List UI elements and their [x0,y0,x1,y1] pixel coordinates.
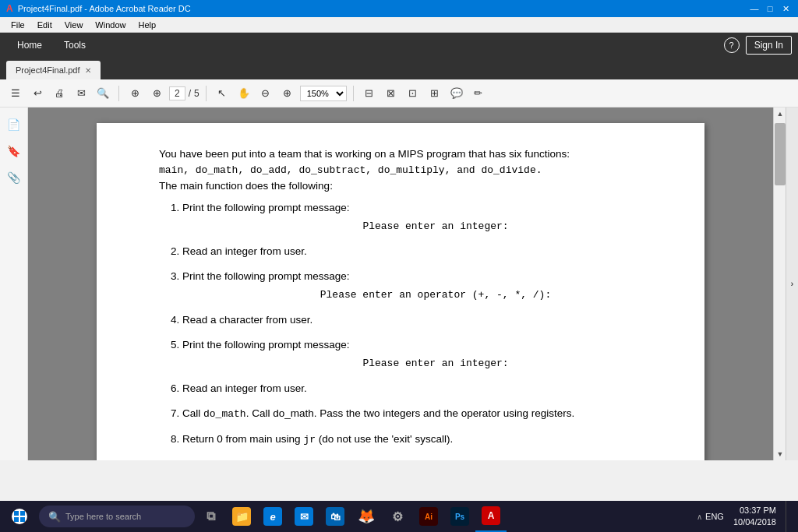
list-item: Read an integer from user. [182,381,658,396]
tab-close-icon[interactable]: ✕ [85,66,91,75]
mail-btn[interactable]: ✉ [288,501,320,532]
print-btn[interactable]: 🖨 [50,84,69,103]
menu-bar: File Edit View Window Help [0,17,798,33]
layers-icon[interactable]: 🔖 [3,140,25,162]
maximize-button[interactable]: □ [764,2,776,15]
sidebar-toggle-btn[interactable]: ☰ [6,84,25,103]
taskbar: 🔍 Type here to search ⧉ 📁 e ✉ 🛍 🦊 [0,501,798,532]
task-view-btn[interactable]: ⧉ [195,501,226,532]
svg-rect-1 [20,511,25,516]
scroll-up-arrow[interactable]: ▲ [774,107,786,120]
prev-page-btn[interactable]: ⊕ [125,84,144,103]
keyboard-layout[interactable]: ENG [705,512,724,521]
close-button[interactable]: ✕ [779,2,792,15]
clock[interactable]: 03:37 PM 10/04/2018 [727,505,782,529]
sign-in-button[interactable]: Sign In [746,36,792,55]
taskbar-apps: ⧉ 📁 e ✉ 🛍 🦊 ⚙ Ai Ps [195,501,507,532]
combined-nav: Home Tools ? Sign In Project4Final.pdf ✕ [0,33,798,79]
page-nav: 2 / 5 [169,86,200,100]
search-btn[interactable]: 🔍 [94,84,112,103]
zoom-in-btn[interactable]: ⊕ [278,84,297,103]
menu-window[interactable]: Window [89,19,132,31]
scroll-down-arrow[interactable]: ▼ [774,448,786,460]
page-separator: / [189,88,191,99]
title-bar-text: Project4Final.pdf - Adobe Acrobat Reader… [18,4,191,13]
nav-home[interactable]: Home [6,33,53,58]
hand-tool-btn[interactable]: ↩ [28,84,47,103]
title-bar: A Project4Final.pdf - Adobe Acrobat Read… [0,0,798,17]
scrollbar-thumb[interactable] [775,123,786,185]
list-item: Return 0 from main using jr (do not use … [182,432,658,448]
list-item: Read an integer from user. [182,244,658,259]
firefox-btn[interactable]: 🦊 [351,501,382,532]
taskbar-search[interactable]: 🔍 Type here to search [39,506,195,527]
date: 10/04/2018 [733,516,776,528]
intro-text: You have been put into a team that is wo… [159,146,658,194]
time: 03:37 PM [733,505,776,516]
tools-toolbar-btn[interactable]: ⊞ [425,84,444,103]
do-math-desc: The do_math function takes as argument t… [159,456,658,460]
system-tray: ∧ ENG [697,512,724,521]
menu-view[interactable]: View [58,19,90,31]
acrobat-btn[interactable]: A [475,501,507,532]
code-prompt-1: Please enter an integer: [214,219,658,234]
current-page[interactable]: 2 [169,86,185,100]
comment-btn[interactable]: 💬 [447,84,466,103]
main-function-list: Print the following prompt message: Plea… [182,200,658,447]
left-sidebar: 📄 🔖 📎 [0,107,28,460]
fit-page-btn[interactable]: ⊟ [360,84,379,103]
right-collapse-arrow[interactable]: › [786,107,798,460]
toolbar-divider-3 [353,86,354,101]
bookmarks-icon[interactable]: 📄 [3,114,25,136]
toolbar: ☰ ↩ 🖨 ✉ 🔍 ⊕ ⊕ 2 / 5 ↖ ✋ ⊖ ⊕ 150% ⊟ ⊠ ⊡ ⊞… [0,79,798,107]
zoom-select[interactable]: 150% [300,86,347,101]
right-scrollbar[interactable]: ▲ ▼ [773,107,786,460]
settings-btn[interactable]: ⚙ [382,501,413,532]
rotate-btn[interactable]: ⊡ [404,84,422,103]
fit-width-btn[interactable]: ⊠ [382,84,401,103]
do-math-inline: do_math [203,408,246,420]
cursor-tool-btn[interactable]: ↖ [213,84,231,103]
start-button[interactable] [0,501,39,532]
pdf-tab[interactable]: Project4Final.pdf ✕ [6,61,101,79]
windows-icon [12,509,27,524]
svg-rect-0 [14,511,19,516]
show-desktop-btn[interactable] [786,501,792,532]
edge-btn[interactable]: e [257,501,288,532]
ai-illustrator-btn[interactable]: Ai [413,501,444,532]
store-btn[interactable]: 🛍 [320,501,351,532]
code-prompt-2: Please enter an operator (+, -, *, /): [214,287,658,303]
list-item: Call do_math. Call do_math. Pass the two… [182,406,658,422]
help-button[interactable]: ? [724,37,740,53]
list-item: Print the following prompt message: Plea… [182,337,658,372]
file-explorer-btn[interactable]: 📁 [226,501,257,532]
minimize-button[interactable]: — [748,2,761,15]
menu-edit[interactable]: Edit [31,19,58,31]
toolbar-divider-1 [118,86,119,101]
pdf-page: You have been put into a team that is wo… [97,123,704,460]
menu-help[interactable]: Help [132,19,162,31]
svg-rect-2 [14,517,19,522]
nav-tools[interactable]: Tools [53,33,97,58]
menu-file[interactable]: File [5,19,31,31]
email-btn[interactable]: ✉ [72,84,90,103]
total-pages: 5 [194,88,200,99]
list-item: Print the following prompt message: Plea… [182,269,658,303]
search-placeholder: Type here to search [65,512,141,521]
list-item: Read a character from user. [182,312,658,328]
hand-btn[interactable]: ✋ [235,84,253,103]
function-list: main, do_math, do_add, do_subtract, do_m… [159,164,542,176]
app-icon-small: A [6,3,13,14]
svg-rect-3 [20,517,25,522]
zoom-out-btn[interactable]: ⊖ [256,84,275,103]
photoshop-btn[interactable]: Ps [444,501,475,532]
tray-arrow[interactable]: ∧ [697,513,702,521]
draw-btn[interactable]: ✏ [469,84,488,103]
jr-inline: jr [303,434,316,446]
code-prompt-3: Please enter an integer: [214,356,658,372]
next-page-btn[interactable]: ⊕ [147,84,166,103]
main-desc: The main function does the following: [159,180,333,192]
tab-label: Project4Final.pdf [16,65,80,75]
attachments-icon[interactable]: 📎 [3,167,25,188]
content-area: You have been put into a team that is wo… [28,107,773,460]
